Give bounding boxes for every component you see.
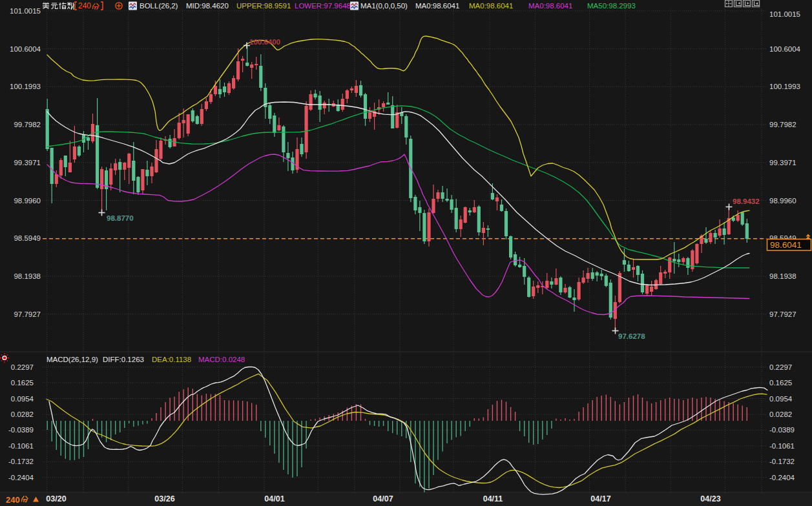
svg-text:04/07: 04/07 [373, 494, 393, 503]
svg-text:MA50:98.2993: MA50:98.2993 [587, 2, 636, 10]
svg-text:101.0015: 101.0015 [769, 10, 800, 18]
svg-text:MA0:98.6041: MA0:98.6041 [415, 2, 459, 10]
svg-text:240: 240 [78, 1, 91, 10]
svg-text:100.6004: 100.6004 [10, 45, 41, 53]
svg-text:-0.1732: -0.1732 [8, 458, 34, 465]
svg-text:0.1625: 0.1625 [11, 379, 34, 387]
svg-text:04/01: 04/01 [264, 494, 284, 503]
svg-text:98.1938: 98.1938 [14, 272, 41, 280]
svg-text:MACD(26,12,9): MACD(26,12,9) [47, 356, 98, 363]
svg-text:MA0:98.6041: MA0:98.6041 [469, 2, 513, 10]
svg-text:-0.2404: -0.2404 [8, 474, 34, 481]
svg-text:-0.0389: -0.0389 [769, 426, 795, 434]
svg-text:98.9960: 98.9960 [769, 197, 796, 205]
svg-text:0.0954: 0.0954 [11, 395, 34, 403]
svg-text:97.6278: 97.6278 [618, 332, 645, 340]
svg-text:04/17: 04/17 [590, 494, 610, 503]
svg-text:98.5949: 98.5949 [14, 234, 41, 242]
svg-text:98.9432: 98.9432 [733, 197, 760, 205]
svg-text:97.7927: 97.7927 [769, 310, 796, 318]
svg-text:UPPER:98.9591: UPPER:98.9591 [236, 2, 291, 10]
svg-text:101.0015: 101.0015 [10, 7, 41, 15]
svg-text:MA0:98.6041: MA0:98.6041 [528, 2, 572, 10]
svg-text:99.3971: 99.3971 [769, 159, 796, 167]
svg-text:MID:98.4620: MID:98.4620 [186, 2, 229, 10]
svg-text:04/11: 04/11 [483, 494, 503, 503]
svg-text:99.3971: 99.3971 [14, 159, 41, 167]
svg-text:0.2297: 0.2297 [769, 363, 792, 371]
svg-text:-0.1732: -0.1732 [769, 458, 795, 465]
svg-text:03/20: 03/20 [46, 494, 66, 503]
svg-text:99.7982: 99.7982 [14, 121, 41, 128]
svg-text:LOWER:97.9648: LOWER:97.9648 [295, 2, 351, 10]
svg-text:98.6041: 98.6041 [770, 240, 802, 250]
svg-text:100.1993: 100.1993 [10, 83, 41, 90]
svg-text:0.2297: 0.2297 [11, 363, 34, 371]
svg-text:BOLL(26,2): BOLL(26,2) [140, 2, 178, 10]
svg-text:MACD:0.0248: MACD:0.0248 [198, 356, 245, 363]
svg-text:98.8770: 98.8770 [107, 214, 134, 222]
svg-text:MA1(0,0,0,50): MA1(0,0,0,50) [360, 2, 408, 10]
svg-text:100.1993: 100.1993 [769, 83, 800, 90]
svg-text:0.0282: 0.0282 [769, 410, 792, 418]
svg-text:04/23: 04/23 [700, 494, 720, 503]
svg-text:99.7982: 99.7982 [769, 121, 796, 128]
svg-text:240: 240 [6, 495, 20, 505]
svg-text:0.0954: 0.0954 [769, 395, 793, 403]
svg-text:DEA:0.1138: DEA:0.1138 [152, 356, 191, 363]
svg-text:-0.1061: -0.1061 [769, 442, 795, 450]
svg-text:-0.2404: -0.2404 [769, 474, 795, 481]
svg-text:-0.1061: -0.1061 [8, 442, 34, 450]
svg-text:100.6004: 100.6004 [769, 45, 801, 53]
svg-text:DIFF:0.1263: DIFF:0.1263 [103, 356, 144, 363]
svg-text:0.1625: 0.1625 [769, 379, 792, 387]
svg-text:0.0282: 0.0282 [11, 410, 34, 418]
svg-text:100.6400: 100.6400 [249, 38, 280, 46]
svg-text:98.1938: 98.1938 [769, 272, 796, 280]
svg-text:03/26: 03/26 [154, 494, 174, 503]
svg-text:-0.0389: -0.0389 [8, 426, 34, 434]
svg-text:98.9960: 98.9960 [14, 197, 41, 205]
svg-text:97.7927: 97.7927 [14, 310, 41, 318]
